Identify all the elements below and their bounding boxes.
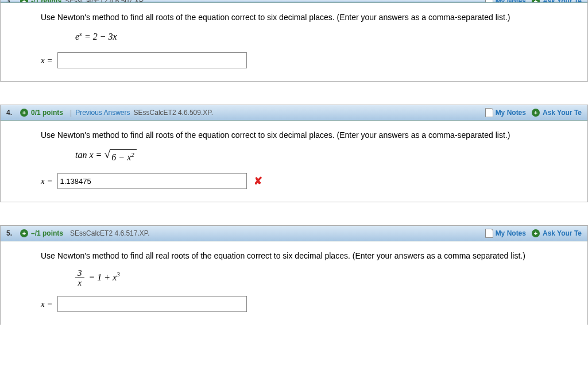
answer-input[interactable]	[57, 52, 247, 68]
plus-icon[interactable]: +	[532, 229, 540, 237]
answer-input[interactable]	[57, 296, 247, 312]
points-text: –/1 points	[31, 229, 63, 237]
question-body: Use Newton's method to find all roots of…	[1, 121, 587, 202]
answer-label: x =	[41, 53, 53, 67]
answer-row: x =	[41, 296, 577, 312]
answer-input[interactable]	[57, 173, 247, 189]
question-body: Use Newton's method to find all roots of…	[1, 3, 587, 81]
question-header: 4. + 0/1 points | Previous Answers SEssC…	[1, 105, 587, 121]
feedback-incorrect-icon: ✘	[254, 173, 262, 190]
plus-icon[interactable]: +	[20, 109, 28, 117]
question-equation: 3 x = 1 + x3	[75, 268, 577, 288]
question-body: Use Newton's method to find all real roo…	[1, 241, 587, 324]
my-notes-link[interactable]: My Notes	[496, 109, 526, 117]
answer-label: x =	[41, 174, 53, 188]
previous-answers-link[interactable]: Previous Answers	[75, 109, 130, 117]
question-reference: SEssCalcET2 4.6.509.XP.	[134, 109, 214, 117]
question-prompt: Use Newton's method to find all roots of…	[41, 129, 577, 141]
question-equation: ex = 2 − 3x	[75, 29, 577, 44]
answer-label: x =	[41, 297, 53, 311]
answer-row: x = ✘	[41, 173, 577, 190]
ask-teacher-link[interactable]: Ask Your Te	[543, 229, 582, 237]
divider: |	[70, 109, 72, 117]
plus-icon[interactable]: +	[532, 109, 540, 117]
question-reference: SEssCalcET2 4.6.517.XP.	[70, 229, 150, 237]
question-block: 5. + –/1 points SEssCalcET2 4.6.517.XP. …	[0, 225, 588, 324]
note-icon	[485, 229, 493, 238]
my-notes-link[interactable]: My Notes	[496, 229, 526, 237]
note-icon	[485, 108, 493, 117]
question-equation: tan x = √ 6 − x2	[75, 148, 577, 165]
question-number: 4.	[6, 109, 12, 117]
question-block: 3. + -/1 points SEssCalcET2 4.6.507.XP. …	[0, 0, 588, 82]
points-text: 0/1 points	[31, 109, 63, 117]
question-header: 5. + –/1 points SEssCalcET2 4.6.517.XP. …	[1, 226, 587, 241]
question-number: 5.	[6, 229, 12, 237]
question-block: 4. + 0/1 points | Previous Answers SEssC…	[0, 105, 588, 202]
plus-icon[interactable]: +	[20, 229, 28, 237]
question-prompt: Use Newton's method to find all roots of…	[41, 11, 577, 24]
answer-row: x =	[41, 52, 577, 68]
question-prompt: Use Newton's method to find all real roo…	[41, 249, 577, 262]
ask-teacher-link[interactable]: Ask Your Te	[543, 109, 582, 117]
